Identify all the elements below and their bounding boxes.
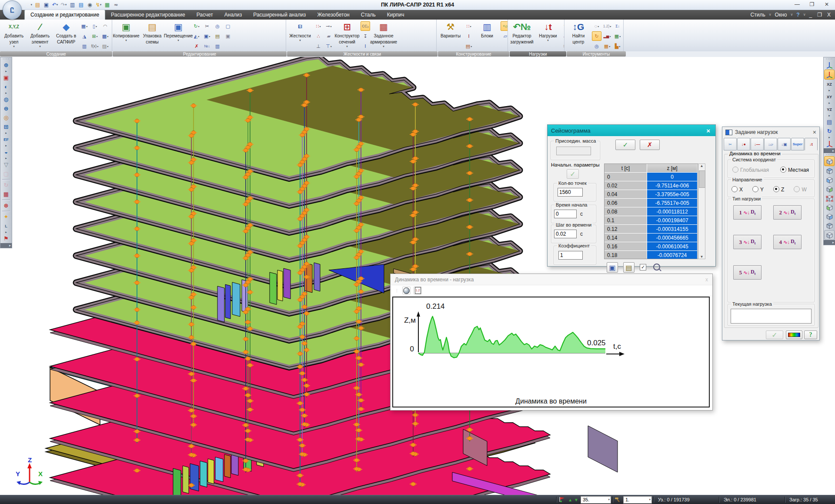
section-constructor-button[interactable]: ⊞Конструкторсечений ▾: [334, 20, 360, 50]
epure-button[interactable]: ▂▅▾: [602, 31, 612, 41]
load-weight-button[interactable]: ▼▾: [561, 21, 564, 31]
dynamics-close-icon[interactable]: x: [705, 277, 708, 283]
flashlight-button[interactable]: ✦: [1, 212, 11, 221]
snapshot[interactable]: ◉: [86, 1, 94, 9]
add-element-button[interactable]: ∕Добавитьэлемент ▾: [27, 20, 53, 50]
group-label-Создание[interactable]: Создание: [0, 51, 112, 57]
find-center-button[interactable]: ↕GНайтицентр: [566, 20, 591, 50]
help-menu[interactable]: ?: [795, 12, 801, 18]
view-back-button[interactable]: [825, 203, 834, 212]
view-bottom-button[interactable]: [825, 221, 834, 230]
coord-radio-Глобальная[interactable]: [732, 167, 738, 173]
open-file[interactable]: ▤: [34, 1, 41, 9]
scale-combo[interactable]: 35.▾: [581, 496, 611, 504]
anchor-button[interactable]: ⊥: [314, 41, 323, 51]
tab-7[interactable]: Сталь: [355, 10, 381, 20]
coefficient-input[interactable]: [558, 251, 583, 260]
stiff-plate-button[interactable]: ▰: [324, 31, 334, 41]
right-toolbar-more-6[interactable]: ▸: [828, 101, 830, 105]
draft-pair-button[interactable]: ▱: [501, 31, 508, 41]
group-label-Редактирование[interactable]: Редактирование: [113, 51, 287, 57]
tab-5[interactable]: Расширенный анализ: [247, 10, 311, 20]
direction-W[interactable]: W: [794, 185, 806, 193]
space-axes-button[interactable]: [825, 60, 834, 70]
direction-X[interactable]: X: [731, 185, 743, 193]
direction-radio-Y[interactable]: [752, 186, 758, 192]
window-copy-button[interactable]: ▣: [223, 31, 233, 41]
seismogram-title-bar[interactable]: Сейсмограмма ×: [548, 125, 715, 136]
col-header-z[interactable]: z [м]: [647, 164, 698, 173]
flag-number-icon[interactable]: [557, 497, 567, 503]
tab-super[interactable]: Super: [791, 138, 804, 150]
dynamics-title-bar[interactable]: Динамика во времени - нагрузка x: [391, 274, 712, 285]
masses-button[interactable]: ∴: [314, 31, 323, 41]
right-toolbar-expand[interactable]: ▸: [824, 240, 835, 245]
view-front-button[interactable]: [825, 212, 834, 221]
sum-sort-button[interactable]: Σ↓: [613, 21, 622, 31]
dynamics-chart-area[interactable]: Z,м0.21400.025t,cДинамика во времени: [392, 297, 710, 407]
restore-button[interactable]: ❐: [805, 0, 819, 9]
tab-plate-loads[interactable]: ↓▱: [764, 138, 777, 150]
loads-panel-close-icon[interactable]: ×: [813, 129, 816, 136]
view-layers-button[interactable]: ⊜: [1, 104, 11, 113]
direction-radio-Z[interactable]: [773, 186, 779, 192]
group-label-Конструирование[interactable]: Конструирование: [438, 51, 509, 57]
direction-radio-X[interactable]: [731, 186, 738, 192]
left-toolbar-more-10[interactable]: ▸: [5, 131, 7, 135]
select-frame-button[interactable]: ▣: [1, 73, 11, 82]
tab-solid-loads[interactable]: ↓▣: [778, 138, 791, 150]
steel-beam-button[interactable]: I: [464, 31, 474, 41]
next-loadcase-icon[interactable]: ▼: [573, 497, 579, 502]
tab-2[interactable]: Расширенное редактирование: [105, 10, 191, 20]
scroll-down-icon[interactable]: ▼: [700, 255, 704, 259]
view-target-button[interactable]: ◎: [1, 113, 11, 122]
init-params-button[interactable]: ✓: [567, 169, 579, 179]
new-document[interactable]: ▢▾: [25, 1, 33, 9]
left-toolbar-more-12[interactable]: ▸: [5, 144, 7, 147]
rebar-rows-button[interactable]: ∷▾: [464, 21, 474, 31]
mdi-close[interactable]: X: [825, 12, 832, 18]
help-book[interactable]: ▤: [77, 1, 85, 9]
coord-Глобальная[interactable]: Глобальная: [732, 166, 769, 174]
table-checkbox[interactable]: ✓: [640, 264, 646, 270]
loads-panel-title-bar[interactable]: Задание нагрузок ×: [722, 127, 819, 137]
table-row[interactable]: 0.16-0.000610045: [605, 242, 698, 251]
table-row[interactable]: 0.1-0.000198407: [605, 216, 698, 225]
pack-scheme-button[interactable]: ▤Упаковкасхемы: [140, 20, 165, 50]
table-paste-button[interactable]: ▤: [623, 262, 635, 273]
hammer-icon[interactable]: [613, 497, 622, 503]
group-label-Инструменты[interactable]: Инструменты: [567, 51, 626, 57]
time-step-input[interactable]: [554, 230, 577, 238]
view-iso-small-button[interactable]: [824, 230, 835, 240]
load-type-4-button[interactable]: 4∿↓Dt: [773, 235, 802, 249]
mdi-minimize[interactable]: _: [808, 12, 814, 18]
renumber-button[interactable]: №↓: [202, 41, 212, 51]
direction-Z[interactable]: Z: [773, 185, 784, 193]
scroll-up-icon[interactable]: ▲: [700, 164, 704, 168]
left-toolbar-more-5[interactable]: ▸: [5, 91, 7, 95]
style-menu[interactable]: Стиль: [749, 12, 767, 18]
minimize-button[interactable]: —: [790, 0, 805, 9]
add-node-button[interactable]: X,Y,ZДобавитьузел ▾: [1, 20, 27, 50]
view-top-button[interactable]: [825, 166, 834, 175]
group-label-Нагрузки[interactable]: Нагрузки: [510, 51, 566, 57]
bricks-button[interactable]: ▤▾: [464, 41, 474, 51]
numbering-button[interactable]: 1.2)▾: [602, 21, 612, 31]
qat-options[interactable]: ≂: [112, 1, 120, 9]
draft-add-button[interactable]: +▱: [501, 21, 508, 31]
tab-dynamic-loads[interactable]: ↓t: [805, 138, 818, 150]
app-logo-button[interactable]: Ꮭ: [3, 0, 22, 20]
blocks-button[interactable]: ▥Блоки: [474, 20, 500, 50]
joints-button[interactable]: ⊤▾: [324, 41, 334, 51]
chart-print-button[interactable]: [402, 287, 411, 294]
cc2-button[interactable]: CC₂: [361, 21, 370, 31]
variants-button[interactable]: ⚒Варианты: [438, 20, 463, 50]
coord-radio-Местная[interactable]: [780, 167, 786, 173]
table-edit-button[interactable]: ▦: [1, 190, 11, 199]
table-row[interactable]: 0.02-9.75114e-006: [605, 181, 698, 190]
tab-8[interactable]: Кирпич: [381, 10, 410, 20]
pile-button[interactable]: I: [361, 41, 370, 51]
direction-Y[interactable]: Y: [752, 185, 764, 193]
table-row[interactable]: 0.18-0.00076724: [605, 251, 698, 259]
view-left-button[interactable]: [825, 175, 834, 184]
